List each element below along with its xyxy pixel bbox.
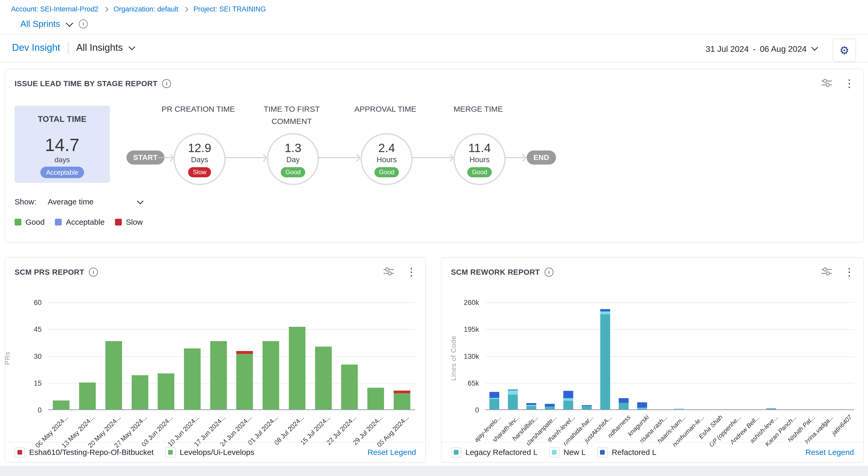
bar-segment-Levelops/Ui-Levelops[interactable] bbox=[315, 347, 332, 409]
reset-legend-link[interactable]: Reset Legend bbox=[805, 448, 854, 457]
bar-segment-Refactored L[interactable] bbox=[637, 402, 647, 408]
page-bottom-strip bbox=[0, 466, 868, 476]
info-icon[interactable]: i bbox=[79, 20, 88, 28]
breadcrumb-item[interactable]: Organization: default bbox=[114, 5, 178, 13]
bar-segment-New L[interactable] bbox=[526, 405, 536, 406]
legend-item[interactable]: Legacy Refactored L bbox=[451, 447, 537, 457]
kebab-menu-icon[interactable]: ⋮ bbox=[844, 78, 855, 89]
bar-segment-Esha610/Testing-Repo-Of-Bitbucket[interactable] bbox=[394, 391, 410, 393]
bar-segment-Legacy Refactored L[interactable] bbox=[563, 401, 573, 409]
panel-title: ISSUE LEAD TIME BY STAGE REPORT bbox=[14, 80, 157, 88]
gridline bbox=[485, 383, 854, 384]
settings-button[interactable]: ⚙ bbox=[833, 38, 856, 62]
chevron-right-icon bbox=[183, 7, 188, 12]
legend-item[interactable]: New L bbox=[549, 447, 586, 457]
insights-scope-dropdown[interactable]: All Insights bbox=[76, 42, 123, 53]
bar-segment-Levelops/Ui-Levelops[interactable] bbox=[132, 375, 148, 409]
legend-label: Esha610/Testing-Repo-Of-Bitbucket bbox=[29, 448, 154, 457]
legend-item[interactable]: Slow bbox=[115, 218, 143, 227]
flow-arrow bbox=[225, 157, 266, 158]
total-time-card: TOTAL TIME 14.7 days Acceptable bbox=[14, 106, 110, 183]
breadcrumb-item[interactable]: Project: SEI TRAINING bbox=[193, 5, 266, 13]
insight-name-link[interactable]: Dev Insight bbox=[12, 42, 60, 53]
bar-segment-Refactored L[interactable] bbox=[526, 403, 536, 405]
reset-legend-link[interactable]: Reset Legend bbox=[367, 448, 416, 457]
gear-icon: ⚙ bbox=[839, 44, 849, 57]
bar-segment-Legacy Refactored L[interactable] bbox=[582, 406, 592, 409]
legend-item[interactable]: Esha610/Testing-Repo-Of-Bitbucket bbox=[14, 447, 154, 457]
bar-segment-Levelops/Ui-Levelops[interactable] bbox=[289, 327, 306, 409]
legend-item[interactable]: Acceptable bbox=[55, 218, 104, 227]
stage-value: 2.4 bbox=[378, 141, 395, 155]
breadcrumb-item[interactable]: Account: SEI-Internal-Prod2 bbox=[11, 5, 98, 13]
bar-segment-Refactored L[interactable] bbox=[489, 392, 499, 397]
stage-approval-time[interactable]: 2.4 Hours Good bbox=[361, 133, 413, 185]
bar-segment-Levelops/Ui-Levelops[interactable] bbox=[79, 383, 96, 409]
show-metric-dropdown[interactable]: Show: Average time bbox=[14, 198, 143, 206]
bar-segment-Refactored L[interactable] bbox=[545, 404, 555, 407]
bar-segment-Levelops/Ui-Levelops[interactable] bbox=[394, 393, 410, 409]
bar-segment-Levelops/Ui-Levelops[interactable] bbox=[262, 341, 279, 409]
bar-segment-Levelops/Ui-Levelops[interactable] bbox=[53, 400, 69, 409]
rework-bar-chart: Lines of Code 065k130k195k260k ajay-leve… bbox=[441, 258, 863, 462]
legend-item[interactable]: Good bbox=[14, 218, 44, 227]
bar-segment-Refactored L[interactable] bbox=[508, 390, 518, 390]
chevron-down-icon[interactable] bbox=[128, 43, 135, 50]
info-icon[interactable]: i bbox=[162, 79, 171, 88]
insight-subheader: Dev Insight All Insights bbox=[12, 42, 134, 54]
breadcrumb: Account: SEI-Internal-Prod2Organization:… bbox=[11, 5, 266, 13]
bar-segment-Levelops/Ui-Levelops[interactable] bbox=[341, 364, 358, 409]
bar-segment-Legacy Refactored L[interactable] bbox=[619, 403, 629, 409]
bar-segment-Levelops/Ui-Levelops[interactable] bbox=[184, 349, 200, 409]
bar-segment-New L[interactable] bbox=[600, 311, 610, 314]
total-time-value: 14.7 bbox=[45, 136, 80, 154]
y-axis-tick: 0 bbox=[448, 406, 479, 414]
bar-segment-Legacy Refactored L[interactable] bbox=[545, 407, 555, 409]
y-axis-tick: 130k bbox=[448, 352, 479, 361]
bar-segment-Levelops/Ui-Levelops[interactable] bbox=[105, 341, 122, 409]
bar-segment-Levelops/Ui-Levelops[interactable] bbox=[236, 354, 253, 409]
bar-segment-New L[interactable] bbox=[637, 408, 647, 409]
total-time-badge: Acceptable bbox=[40, 167, 84, 178]
bar-segment-New L[interactable] bbox=[563, 398, 573, 401]
bar-segment-Levelops/Ui-Levelops[interactable] bbox=[158, 374, 174, 409]
bar-segment-Esha610/Testing-Repo-Of-Bitbucket[interactable] bbox=[236, 351, 253, 354]
bar-segment-Refactored L[interactable] bbox=[582, 405, 592, 406]
stage-merge-time[interactable]: 11.4 Hours Good bbox=[454, 133, 505, 185]
chevron-down-icon[interactable] bbox=[137, 198, 143, 204]
stage-pr-creation-time[interactable]: 12.9 Days Slow bbox=[174, 133, 225, 185]
x-axis: 06 May 2024...13 May 2024...20 May 2024.… bbox=[48, 409, 415, 441]
filter-sliders-icon[interactable] bbox=[820, 78, 833, 89]
y-axis-tick: 15 bbox=[10, 379, 42, 387]
bar-segment-New L[interactable] bbox=[489, 398, 499, 399]
sprint-selector-label[interactable]: All Sprints bbox=[20, 19, 60, 29]
legend-label: Acceptable bbox=[66, 218, 104, 227]
bar-segment-Legacy Refactored L[interactable] bbox=[600, 314, 610, 409]
sprint-selector[interactable]: All Sprints i bbox=[20, 19, 88, 29]
bar-segment-Refactored L[interactable] bbox=[600, 309, 610, 312]
bar-segment-Legacy Refactored L[interactable] bbox=[508, 395, 518, 409]
bar-segment-New L[interactable] bbox=[508, 390, 518, 395]
legend-label: New L bbox=[564, 448, 586, 457]
bar-segment-Refactored L[interactable] bbox=[563, 391, 573, 398]
show-label: Show: bbox=[14, 198, 36, 206]
legend-swatch bbox=[14, 447, 25, 457]
date-range-picker[interactable]: 31 Jul 2024 - 06 Aug 2024 bbox=[706, 44, 817, 54]
legend-swatch bbox=[14, 219, 21, 226]
bar-segment-Refactored L[interactable] bbox=[619, 398, 629, 403]
separator bbox=[68, 42, 68, 54]
stage-time-to-first-comment[interactable]: 1.3 Day Good bbox=[267, 133, 319, 185]
bar-segment-Levelops/Ui-Levelops[interactable] bbox=[210, 341, 227, 409]
stage-unit: Day bbox=[286, 155, 300, 164]
bar-segment-Legacy Refactored L[interactable] bbox=[526, 406, 536, 409]
bar-segment-Levelops/Ui-Levelops[interactable] bbox=[367, 388, 384, 409]
legend-swatch bbox=[55, 219, 62, 226]
legend-item[interactable]: Refactored L bbox=[597, 447, 656, 457]
legend-label: Refactored L bbox=[612, 448, 656, 457]
flow-arrow bbox=[318, 157, 359, 158]
y-axis-tick: 260k bbox=[448, 298, 479, 307]
bar-segment-Legacy Refactored L[interactable] bbox=[489, 399, 499, 409]
legend-item[interactable]: Levelops/Ui-Levelops bbox=[165, 447, 254, 457]
chevron-down-icon[interactable] bbox=[811, 44, 818, 51]
chevron-down-icon[interactable] bbox=[66, 20, 73, 27]
